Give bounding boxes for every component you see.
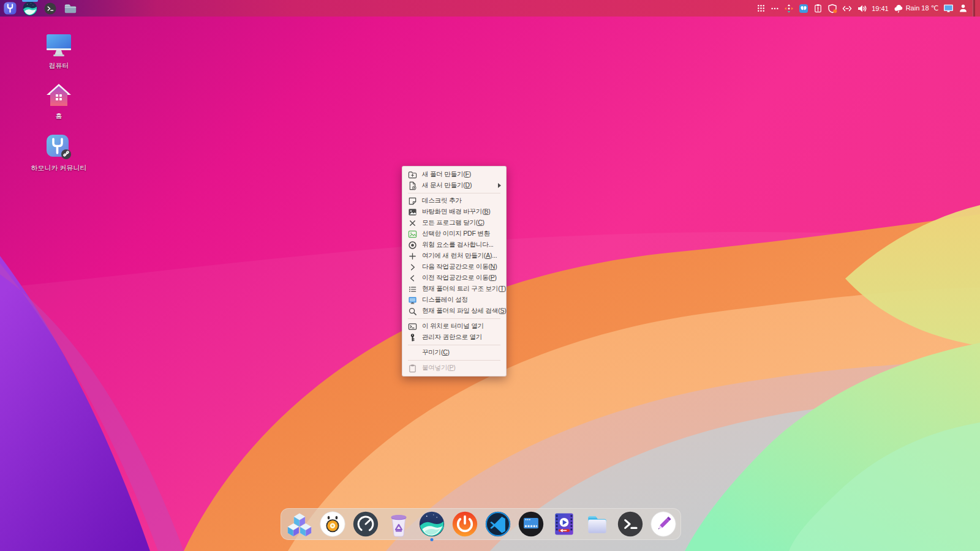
home-icon	[45, 82, 72, 109]
panel-launcher-file-manager[interactable]	[63, 1, 78, 16]
folder-panel-icon	[64, 2, 77, 15]
dock-item-owl-recorder[interactable]	[319, 511, 346, 538]
tray-move-tool[interactable]	[784, 4, 794, 13]
menu-item-customize[interactable]: 꾸미기(C)	[402, 347, 506, 358]
tray-weather[interactable]: Rain 18 ℃	[894, 4, 938, 13]
submenu-arrow-icon	[498, 183, 501, 188]
hamonikr-logo-icon	[3, 1, 17, 15]
menu-item-scan-threats[interactable]: 위험 요소를 검사합니다...	[402, 239, 506, 250]
context-menu: 새 폴더 만들기(F)새 문서 만들기(D)데스크릿 추가바탕화면 배경 바꾸기…	[402, 166, 507, 377]
menu-item-label: 위험 요소를 검사합니다...	[422, 241, 501, 249]
dock-item-video-player[interactable]	[551, 511, 578, 538]
menu-item-label: 현재 폴더의 트리 구조 보기(T)	[422, 285, 506, 293]
video-player-icon	[551, 511, 578, 538]
menu-item-label: 선택한 이미지 PDF 변환	[422, 230, 501, 238]
whale-icon	[418, 511, 445, 538]
tray-input-method[interactable]	[799, 4, 809, 13]
menu-item-label: 다음 작업공간으로 이동(N)	[422, 263, 501, 271]
owl-icon	[319, 511, 346, 538]
clipboard-alert-icon	[813, 4, 823, 13]
tray-network[interactable]	[842, 4, 852, 13]
trash-icon	[385, 511, 412, 538]
tray-clock-text: 19:41	[872, 5, 889, 12]
dock-item-system-monitor[interactable]	[352, 511, 379, 538]
menu-item-new-document[interactable]: 새 문서 만들기(D)	[402, 180, 506, 191]
no-icon	[408, 348, 417, 358]
terminal-small-icon	[44, 2, 56, 15]
menu-separator	[408, 318, 500, 319]
menu-item-label: 여기에 새 런처 만들기(A)...	[422, 252, 501, 260]
menu-item-prev-workspace[interactable]: 이전 작업공간으로 이동(P)	[402, 272, 506, 283]
tree-view-icon	[408, 285, 417, 294]
dock-item-trash[interactable]	[385, 511, 412, 538]
wallpaper-icon	[408, 208, 417, 217]
prev-workspace-icon	[408, 274, 417, 283]
next-workspace-icon	[408, 263, 417, 272]
desktop-icon-home[interactable]: 홈	[22, 82, 96, 121]
terminal-dock-icon	[617, 511, 644, 538]
tray-app-grid[interactable]	[756, 4, 766, 13]
tray-clock[interactable]: 19:41	[872, 5, 889, 12]
menu-item-convert-image-pdf[interactable]: 선택한 이미지 PDF 변환	[402, 228, 506, 239]
tray-volume[interactable]	[857, 4, 867, 13]
panel-launchers	[0, 0, 78, 17]
dock-item-power-manager[interactable]	[451, 511, 478, 538]
menu-item-change-wallpaper[interactable]: 바탕화면 배경 바꾸기(B)	[402, 206, 506, 217]
panel-launcher-whale-browser[interactable]	[23, 1, 37, 16]
menu-item-display-settings[interactable]: 디스플레이 설정	[402, 294, 506, 305]
menu-item-next-workspace[interactable]: 다음 작업공간으로 이동(N)	[402, 261, 506, 272]
display-settings-icon	[408, 296, 417, 305]
text-editor-icon	[650, 511, 677, 538]
open-terminal-icon	[408, 322, 417, 331]
show-desktop-button[interactable]	[973, 0, 975, 17]
dock-item-file-manager[interactable]	[584, 511, 611, 538]
tray-user[interactable]	[959, 4, 968, 13]
image-pdf-icon	[408, 230, 417, 239]
dock-item-whale-browser[interactable]	[418, 511, 445, 538]
dock-item-terminal[interactable]	[617, 511, 644, 538]
files-folder-icon	[584, 511, 611, 538]
app-grid-icon	[756, 4, 766, 13]
close-all-icon	[408, 219, 417, 228]
menu-item-open-as-admin[interactable]: 관리자 권한으로 열기	[402, 332, 506, 343]
menu-separator	[408, 345, 500, 345]
display-manager-icon	[518, 511, 545, 538]
menu-item-new-folder[interactable]: 새 폴더 만들기(F)	[402, 169, 506, 180]
dock-item-app-launcher-cubes[interactable]	[286, 511, 313, 538]
menu-item-open-terminal-here[interactable]: 이 위치로 터미널 열기	[402, 321, 506, 332]
menu-item-add-desklet[interactable]: 데스크릿 추가	[402, 195, 506, 206]
menu-item-close-all-programs[interactable]: 모든 프로그램 닫기(C)	[402, 217, 506, 228]
dock	[281, 508, 681, 540]
move-tool-icon	[784, 4, 794, 13]
dock-item-display-manager[interactable]	[518, 511, 545, 538]
top-panel: 19:41Rain 18 ℃	[0, 0, 980, 17]
user-icon	[959, 4, 968, 13]
desktop-icon-label: 컴퓨터	[49, 61, 69, 70]
dock-item-vscode[interactable]	[484, 511, 511, 538]
whale-small-icon	[23, 1, 37, 16]
tray-display[interactable]	[943, 4, 954, 13]
panel-launcher-terminal[interactable]	[43, 1, 58, 16]
menu-item-file-search[interactable]: 현재 폴더의 파일 상세 검색(S)	[402, 305, 506, 317]
menu-item-label: 바탕화면 배경 바꾸기(B)	[422, 208, 501, 216]
dock-item-text-editor[interactable]	[650, 511, 677, 538]
menu-item-label: 데스크릿 추가	[422, 197, 501, 205]
menu-item-tree-view[interactable]: 현재 폴더의 트리 구조 보기(T)	[402, 283, 506, 294]
menu-item-label: 이 위치로 터미널 열기	[422, 322, 501, 331]
tray-clipboard-manager[interactable]	[813, 4, 823, 13]
menu-item-label: 꾸미기(C)	[422, 348, 501, 357]
file-search-icon	[408, 307, 417, 316]
menu-item-create-launcher[interactable]: 여기에 새 런처 만들기(A)...	[402, 250, 506, 261]
more-icon	[771, 4, 779, 13]
desktop-icon-hamonikr-community[interactable]: 하모니카 커뮤니티	[22, 133, 96, 173]
tray-security[interactable]	[827, 4, 837, 13]
tray-more[interactable]	[771, 4, 779, 13]
panel-launcher-hamonikr-menu[interactable]	[2, 1, 17, 16]
menu-item-label: 이전 작업공간으로 이동(P)	[422, 274, 501, 282]
menu-item-label: 붙여넣기(P)	[422, 364, 501, 372]
volume-icon	[857, 4, 867, 13]
desklet-icon	[408, 197, 417, 206]
network-icon	[842, 4, 852, 13]
community-icon	[45, 133, 73, 161]
desktop-icon-computer[interactable]: 컴퓨터	[22, 32, 96, 70]
